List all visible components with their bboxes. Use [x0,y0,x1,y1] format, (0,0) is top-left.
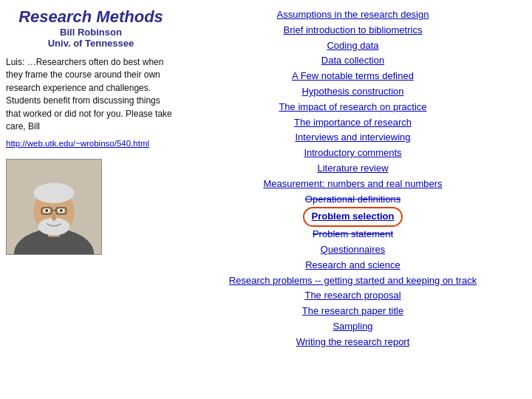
svg-point-9 [60,209,63,212]
menu-item-12[interactable]: Operational definitions [229,192,477,208]
menu-item-10[interactable]: Literature review [229,161,477,177]
menu-item-16[interactable]: Research and science [229,258,477,273]
menu-item-3[interactable]: Data collection [229,53,477,69]
menu-item-2[interactable]: Coding data [229,38,477,54]
person-photo-svg [7,159,101,255]
menu-item-11[interactable]: Measurement: numbers and real numbers [229,177,477,192]
body-text: Luis: …Researchers often do best when th… [6,56,176,133]
menu-item-0[interactable]: Assumptions in the research design [229,7,477,23]
menu-item-19[interactable]: The research paper title [229,304,477,319]
title-block: Research Methods Bill Robinson Univ. of … [6,7,176,49]
page: Research Methods Bill Robinson Univ. of … [0,0,532,399]
menu-item-4[interactable]: A Few notable terms defined [229,69,477,84]
menu-item-5[interactable]: Hypothesis construction [229,84,477,100]
menu-item-6[interactable]: The impact of research on practice [229,100,477,115]
menu-item-20[interactable]: Sampling [229,319,477,335]
main-title: Research Methods [6,7,176,27]
right-panel: Assumptions in the research designBrief … [176,7,526,393]
menu-item-21[interactable]: Writing the research report [229,335,477,350]
subtitle-name: Bill Robinson [6,27,176,38]
menu-item-15[interactable]: Questionnaires [229,242,477,258]
photo [6,159,102,255]
menu-item-18[interactable]: The research proposal [229,288,477,304]
menu-item-7[interactable]: The importance of research [229,115,477,131]
menu-item-1[interactable]: Brief introduction to bibliometrics [229,23,477,38]
menu-list: Assumptions in the research designBrief … [229,7,477,350]
menu-item-8[interactable]: Interviews and interviewing [229,130,477,146]
menu-item-17[interactable]: Research problems -- getting started and… [229,273,477,289]
menu-item-14[interactable]: Problem statement [229,227,477,242]
menu-item-9[interactable]: Introductory comments [229,146,477,161]
left-panel: Research Methods Bill Robinson Univ. of … [6,7,176,393]
svg-point-13 [52,215,56,221]
menu-item-13[interactable]: Problem selection [229,207,477,227]
svg-point-4 [33,183,74,204]
subtitle-affiliation: Univ. of Tennessee [6,38,176,49]
website-link[interactable]: http://web.utk.edu/~wrobinso/540.html [6,139,149,148]
svg-point-8 [45,209,48,212]
